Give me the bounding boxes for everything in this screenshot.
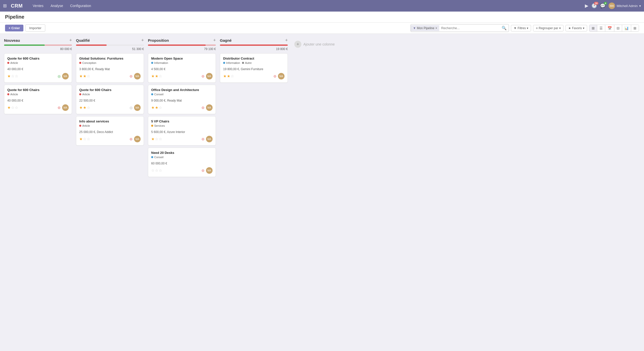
tag-label: Conseil bbox=[154, 93, 164, 96]
status-icon[interactable]: ⊝ bbox=[202, 74, 205, 78]
col-add-button[interactable]: + bbox=[285, 38, 288, 43]
nav-ventes[interactable]: Ventes bbox=[30, 3, 47, 9]
star-3[interactable]: ☆ bbox=[87, 105, 90, 110]
star-3[interactable]: ☆ bbox=[159, 105, 162, 110]
messages-icon[interactable]: 💬 4 bbox=[600, 3, 606, 9]
star-3[interactable]: ☆ bbox=[15, 105, 18, 110]
play-button[interactable]: ▶ bbox=[585, 3, 588, 9]
view-chart[interactable]: 📊 bbox=[622, 25, 631, 31]
star-1[interactable]: ☆ bbox=[151, 168, 154, 173]
search-filter-tag[interactable]: ▼ Mon Pipeline × bbox=[411, 25, 439, 31]
kanban-card[interactable]: Office Design and Architecture Conseil 9… bbox=[148, 85, 216, 114]
card-footer: ★☆☆ ◎ MA bbox=[7, 73, 69, 79]
star-1[interactable]: ★ bbox=[7, 74, 11, 78]
star-1[interactable]: ★ bbox=[151, 105, 154, 110]
filter-tag-close[interactable]: × bbox=[435, 26, 437, 30]
star-3[interactable]: ☆ bbox=[87, 137, 90, 141]
status-icon[interactable]: ⊝ bbox=[130, 74, 133, 78]
search-input[interactable] bbox=[439, 25, 500, 31]
kanban-card[interactable]: Quote for 600 Chairs Article 40 000,00 €… bbox=[4, 53, 72, 83]
star-2[interactable]: ☆ bbox=[155, 137, 158, 141]
col-title: Gagné bbox=[220, 38, 232, 42]
star-3[interactable]: ☆ bbox=[159, 74, 162, 78]
star-1[interactable]: ★ bbox=[7, 105, 11, 110]
star-2[interactable]: ★ bbox=[155, 74, 158, 78]
filters-label: Filtres bbox=[518, 26, 526, 30]
add-column-area: + Ajouter une colonne bbox=[292, 38, 347, 49]
col-add-button[interactable]: + bbox=[213, 38, 216, 43]
status-icon[interactable]: ◎ bbox=[58, 74, 61, 78]
kanban-column-nouveau: Nouveau + 80 000 € Quote for 600 Chairs … bbox=[4, 38, 72, 116]
star-1[interactable]: ★ bbox=[79, 105, 83, 110]
user-avatar: MA bbox=[609, 3, 615, 9]
topnav-right: ▶ 🕐 16 💬 4 MA Mitchell Admin ▾ bbox=[585, 3, 641, 9]
status-icon[interactable]: ⊝ bbox=[202, 137, 205, 141]
card-icons: ◎ MA bbox=[58, 73, 69, 79]
star-2[interactable]: ☆ bbox=[83, 137, 86, 141]
star-1[interactable]: ★ bbox=[223, 74, 226, 78]
star-2[interactable]: ☆ bbox=[155, 168, 158, 173]
main-menu: Ventes Analyse Configuration bbox=[30, 3, 94, 9]
clock-icon[interactable]: 🕐 16 bbox=[591, 3, 597, 9]
kanban-card[interactable]: Quote for 600 Chairs Article 22 500,00 €… bbox=[76, 85, 144, 114]
star-1[interactable]: ★ bbox=[151, 137, 154, 141]
view-list[interactable]: ☰ bbox=[597, 25, 605, 31]
user-menu[interactable]: MA Mitchell Admin ▾ bbox=[609, 3, 641, 9]
star-2[interactable]: ★ bbox=[227, 74, 230, 78]
group-label: Regrouper par bbox=[539, 26, 558, 30]
star-3[interactable]: ☆ bbox=[159, 168, 162, 173]
star-3[interactable]: ☆ bbox=[87, 74, 90, 78]
status-icon[interactable]: ◎ bbox=[130, 106, 133, 110]
col-add-button[interactable]: + bbox=[69, 38, 72, 43]
status-icon[interactable]: ⊝ bbox=[58, 106, 61, 110]
view-kanban[interactable]: ⊞ bbox=[589, 25, 597, 31]
star-2[interactable]: ☆ bbox=[11, 74, 14, 78]
tag-dot bbox=[7, 93, 9, 95]
kanban-card[interactable]: Modern Open Space Information 4 500,00 €… bbox=[148, 53, 216, 83]
add-column-button[interactable]: + Ajouter une colonne bbox=[292, 39, 337, 49]
progress-bar bbox=[4, 45, 72, 46]
nav-analyse[interactable]: Analyse bbox=[48, 3, 66, 9]
star-3[interactable]: ☆ bbox=[159, 137, 162, 141]
fav-label: Favoris bbox=[572, 26, 582, 30]
status-icon[interactable]: ⊝ bbox=[130, 137, 133, 141]
filters-button[interactable]: ▼ Filtres ▾ bbox=[511, 25, 531, 31]
card-icons: ⊝ MA bbox=[202, 167, 213, 174]
favorites-button[interactable]: ★ Favoris ▾ bbox=[566, 25, 587, 31]
view-calendar[interactable]: 📅 bbox=[605, 25, 614, 31]
search-button[interactable]: 🔍 bbox=[500, 24, 509, 32]
kanban-card[interactable]: Quote for 600 Chairs Article 40 000,00 €… bbox=[4, 85, 72, 114]
kanban-card[interactable]: 5 VP Chairs Services 5 600,00 €, Azure I… bbox=[148, 116, 216, 146]
view-table[interactable]: ⊟ bbox=[614, 25, 622, 31]
kanban-card[interactable]: Distributor Contract Information Autre 1… bbox=[220, 53, 288, 83]
star-1[interactable]: ★ bbox=[151, 74, 154, 78]
import-button[interactable]: Importer bbox=[25, 24, 45, 32]
kanban-card[interactable]: Global Solutions: Furnitures Conception … bbox=[76, 53, 144, 83]
star-1[interactable]: ★ bbox=[79, 137, 83, 141]
stars: ★★☆ bbox=[151, 74, 162, 78]
stars: ★☆☆ bbox=[7, 74, 18, 78]
star-2[interactable]: ★ bbox=[83, 105, 86, 110]
card-icons: ⊝ MA bbox=[130, 73, 141, 79]
col-add-button[interactable]: + bbox=[141, 38, 144, 43]
card-footer: ★★☆ ⊝ MA bbox=[151, 104, 213, 111]
grid-icon[interactable]: ⊞ bbox=[3, 3, 7, 9]
nav-configuration[interactable]: Configuration bbox=[67, 3, 94, 9]
view-pivot[interactable]: ⊞ bbox=[631, 25, 639, 31]
status-icon[interactable]: ⊝ bbox=[202, 106, 205, 110]
status-icon[interactable]: ⊝ bbox=[273, 74, 276, 78]
star-2[interactable]: ★ bbox=[83, 74, 86, 78]
card-footer: ★☆☆ ⊝ MA bbox=[151, 136, 213, 142]
card-user-avatar: MA bbox=[134, 73, 141, 79]
star-3[interactable]: ☆ bbox=[231, 74, 234, 78]
star-1[interactable]: ★ bbox=[79, 74, 83, 78]
star-2[interactable]: ☆ bbox=[11, 105, 14, 110]
tag2-label: Autre bbox=[245, 61, 252, 64]
status-icon[interactable]: ⊝ bbox=[202, 168, 205, 172]
create-button[interactable]: + Créer bbox=[5, 25, 23, 31]
group-button[interactable]: ≡ Regrouper par ▾ bbox=[533, 25, 563, 31]
star-3[interactable]: ☆ bbox=[15, 74, 18, 78]
star-2[interactable]: ★ bbox=[155, 105, 158, 110]
kanban-card[interactable]: Need 20 Desks Conseil 60 000,00 € ☆☆☆ ⊝ … bbox=[148, 148, 216, 177]
kanban-card[interactable]: Info about services Article 25 000,00 €,… bbox=[76, 116, 144, 146]
